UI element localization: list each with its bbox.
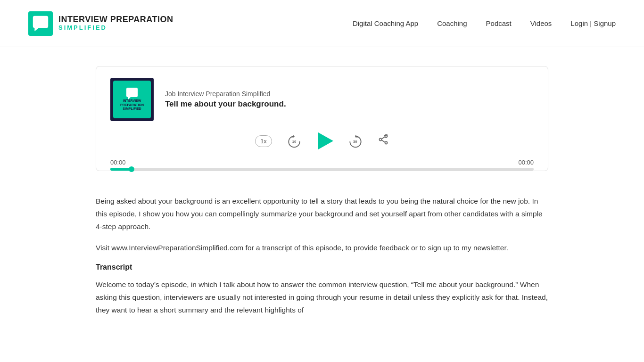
podcast-info: Job Interview Preparation Simplified Tel…: [165, 90, 534, 109]
svg-rect-0: [33, 16, 48, 27]
rewind-button[interactable]: 10: [287, 134, 301, 148]
svg-line-9: [381, 137, 385, 139]
site-header: INTERVIEW PREPARATION SIMPLIFIED Digital…: [0, 0, 644, 47]
svg-text:30: 30: [353, 140, 357, 144]
speed-button[interactable]: 1x: [255, 135, 272, 147]
progress-thumb: [129, 166, 134, 172]
svg-marker-1: [34, 28, 39, 31]
podcast-title: Tell me about your background.: [165, 99, 534, 109]
forward-icon: 30: [348, 134, 363, 148]
main-content: INTERVIEWPREPARATIONSIMPLIFIED Job Inter…: [86, 47, 558, 358]
content-paragraph-2: Visit www.InterviewPreparationSimplified…: [96, 241, 548, 254]
podcast-player: INTERVIEWPREPARATIONSIMPLIFIED Job Inter…: [96, 66, 548, 171]
svg-point-7: [379, 139, 381, 141]
svg-line-10: [381, 140, 385, 142]
logo-text: INTERVIEW PREPARATION SIMPLIFIED: [58, 15, 173, 31]
nav-login[interactable]: Login | Signup: [570, 19, 616, 27]
podcast-thumb-inner: INTERVIEWPREPARATIONSIMPLIFIED: [113, 81, 151, 118]
time-row: 00:00 00:00: [110, 159, 534, 166]
nav-podcast[interactable]: Podcast: [486, 19, 512, 27]
current-time: 00:00: [110, 159, 126, 166]
share-button[interactable]: [378, 134, 389, 148]
nav-videos[interactable]: Videos: [530, 19, 552, 27]
podcast-series: Job Interview Preparation Simplified: [165, 90, 534, 98]
svg-point-8: [385, 142, 387, 144]
main-nav: Digital Coaching App Coaching Podcast Vi…: [353, 19, 616, 27]
share-icon: [378, 134, 389, 145]
content-paragraph-1: Being asked about your background is an …: [96, 195, 548, 233]
svg-marker-4: [355, 135, 358, 138]
logo-icon: [28, 11, 53, 36]
chat-icon: [126, 88, 138, 97]
forward-icon-wrap: 30: [348, 134, 363, 148]
player-controls: 1x 10: [110, 132, 534, 149]
logo-bottom-text: SIMPLIFIED: [58, 25, 173, 31]
svg-text:10: 10: [292, 140, 296, 144]
transcript-heading: Transcript: [96, 263, 548, 272]
rewind-icon-wrap: 10: [287, 134, 301, 148]
logo-top-text: INTERVIEW PREPARATION: [58, 15, 173, 25]
speech-bubble-icon: [32, 15, 49, 32]
total-time: 00:00: [518, 159, 534, 166]
thumb-title-text: INTERVIEWPREPARATIONSIMPLIFIED: [120, 99, 144, 111]
progress-bar[interactable]: [110, 168, 534, 171]
player-timeline: 00:00 00:00: [110, 159, 534, 171]
podcast-thumbnail: INTERVIEWPREPARATIONSIMPLIFIED: [110, 78, 154, 121]
rewind-icon: 10: [287, 134, 301, 148]
content-section: Being asked about your background is an …: [96, 195, 548, 339]
forward-button[interactable]: 30: [348, 134, 363, 148]
nav-coaching[interactable]: Coaching: [437, 19, 467, 27]
svg-marker-2: [291, 135, 294, 138]
logo-area: INTERVIEW PREPARATION SIMPLIFIED: [28, 11, 173, 36]
nav-digital-coaching[interactable]: Digital Coaching App: [353, 19, 418, 27]
play-icon: [318, 132, 333, 149]
player-top: INTERVIEWPREPARATIONSIMPLIFIED Job Inter…: [110, 78, 534, 121]
play-button[interactable]: [316, 132, 333, 149]
transcript-text: Welcome to today’s episode, in which I t…: [96, 278, 548, 316]
